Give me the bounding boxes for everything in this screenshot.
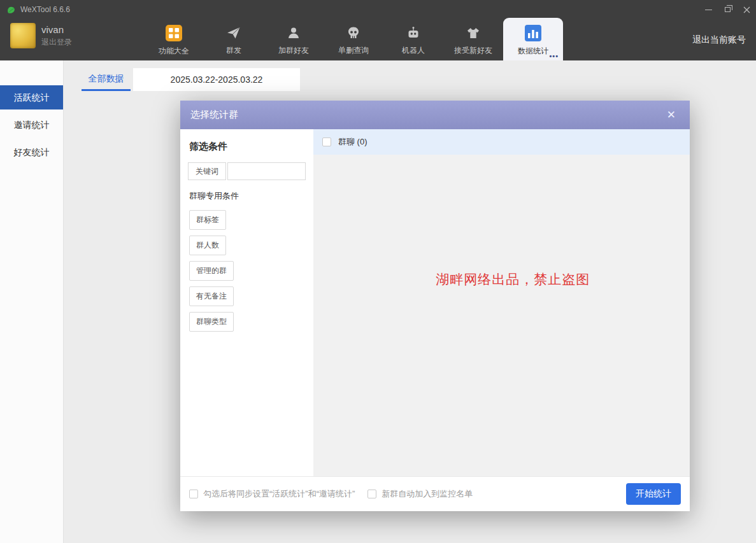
group-list-panel: 群聊 (0) 湖畔网络出品，禁止盗图: [313, 129, 690, 476]
filter-managed-groups-button[interactable]: 管理的群: [189, 261, 234, 281]
select-stat-groups-dialog: 选择统计群 ✕ 筛选条件 关键词 群聊专用条件 群标签 群人数 管理的群 有无备…: [180, 101, 690, 511]
tool-label: 机器人: [402, 45, 425, 56]
tool-label: 数据统计: [518, 46, 548, 57]
person-icon: [286, 25, 301, 41]
auto-add-group: 新群自动加入到监控名单: [367, 488, 473, 500]
tool-deleted-check[interactable]: 单删查询: [324, 19, 383, 60]
watermark-text: 湖畔网络出品，禁止盗图: [436, 271, 590, 288]
auto-add-label: 新群自动加入到监控名单: [382, 488, 473, 500]
logout-link[interactable]: 退出登录: [41, 37, 72, 48]
tool-all-features[interactable]: 功能大全: [144, 19, 204, 60]
tool-label: 接受新好友: [454, 45, 492, 56]
filter-has-remark-button[interactable]: 有无备注: [189, 286, 234, 306]
minimize-button[interactable]: [699, 0, 718, 19]
filter-group-size-button[interactable]: 群人数: [189, 236, 226, 255]
keyword-input[interactable]: [227, 162, 306, 180]
close-icon: [743, 6, 750, 13]
sidebar-item-friend-stats[interactable]: 好友统计: [0, 140, 63, 164]
robot-icon: [406, 25, 421, 41]
filter-panel: 筛选条件 关键词 群聊专用条件 群标签 群人数 管理的群 有无备注 群聊类型: [180, 129, 313, 476]
tool-accept-friends[interactable]: 接受新好友: [443, 19, 503, 60]
group-filter-heading: 群聊专用条件: [189, 190, 306, 202]
tool-label: 单删查询: [338, 45, 369, 56]
filter-heading: 筛选条件: [189, 141, 306, 153]
app-window: WeXTool 6.6.6 vivan 退出登录 功能大全 群发: [0, 0, 756, 543]
dialog-body: 筛选条件 关键词 群聊专用条件 群标签 群人数 管理的群 有无备注 群聊类型 群…: [180, 129, 690, 476]
dialog-close-icon[interactable]: ✕: [663, 108, 680, 122]
logout-account-button[interactable]: 退出当前账号: [692, 19, 746, 60]
group-list-count-label: 群聊 (0): [338, 136, 367, 148]
select-all-checkbox[interactable]: [322, 138, 331, 146]
tab-date-range[interactable]: 2025.03.22-2025.03.22: [133, 68, 300, 91]
sidebar: 活跃统计 邀请统计 好友统计: [0, 60, 64, 543]
close-button[interactable]: [737, 0, 756, 19]
dialog-titlebar: 选择统计群 ✕: [180, 101, 690, 129]
minimize-icon: [705, 10, 712, 10]
tool-add-group-friends[interactable]: 加群好友: [264, 19, 324, 60]
keyword-button[interactable]: 关键词: [188, 162, 226, 180]
tabstrip: 全部数据 2025.03.22-2025.03.22: [64, 68, 756, 91]
more-options-dots[interactable]: •••: [549, 52, 559, 60]
auto-add-checkbox[interactable]: [367, 490, 376, 498]
account-area: vivan 退出登录: [10, 23, 72, 48]
toolbar: vivan 退出登录 功能大全 群发 加群好友 单删查询: [0, 19, 756, 60]
tool-robot[interactable]: 机器人: [383, 19, 443, 60]
restore-button[interactable]: [718, 0, 737, 19]
group-list-body: 湖畔网络出品，禁止盗图: [313, 155, 690, 476]
avatar: [10, 23, 36, 48]
account-text: vivan 退出登录: [41, 24, 72, 48]
filter-group-tag-button[interactable]: 群标签: [189, 210, 226, 230]
sidebar-item-invite-stats[interactable]: 邀请统计: [0, 113, 63, 137]
tool-label: 群发: [226, 45, 241, 56]
dialog-footer: 勾选后将同步设置“活跃统计”和“邀请统计” 新群自动加入到监控名单 开始统计: [180, 476, 690, 511]
filter-group-type-button[interactable]: 群聊类型: [189, 312, 234, 332]
tool-label: 加群好友: [278, 45, 309, 56]
titlebar: WeXTool 6.6.6: [0, 0, 756, 19]
group-list-header: 群聊 (0): [313, 129, 690, 155]
shirt-icon: [466, 25, 481, 41]
start-statistics-button[interactable]: 开始统计: [626, 483, 681, 505]
window-title: WeXTool 6.6.6: [20, 5, 70, 14]
keyword-row: 关键词: [188, 162, 306, 180]
toolbar-tools: 功能大全 群发 加群好友 单删查询 机器人 接受新好友: [144, 19, 563, 60]
grid-icon: [166, 25, 182, 41]
paper-plane-icon: [226, 25, 241, 41]
sync-settings-checkbox[interactable]: [189, 490, 198, 498]
account-name: vivan: [41, 24, 72, 35]
skull-icon: [346, 25, 361, 41]
bar-chart-icon: [525, 25, 541, 41]
dialog-title: 选择统计群: [190, 109, 663, 121]
app-logo-icon: [6, 5, 16, 15]
tool-statistics[interactable]: 数据统计 •••: [503, 18, 563, 60]
tool-mass-send[interactable]: 群发: [204, 19, 264, 60]
tool-label: 功能大全: [159, 46, 189, 57]
restore-icon: [725, 7, 731, 12]
tab-all-data[interactable]: 全部数据: [82, 68, 131, 91]
sidebar-item-active-stats[interactable]: 活跃统计: [0, 85, 63, 109]
sync-settings-label: 勾选后将同步设置“活跃统计”和“邀请统计”: [203, 488, 355, 500]
